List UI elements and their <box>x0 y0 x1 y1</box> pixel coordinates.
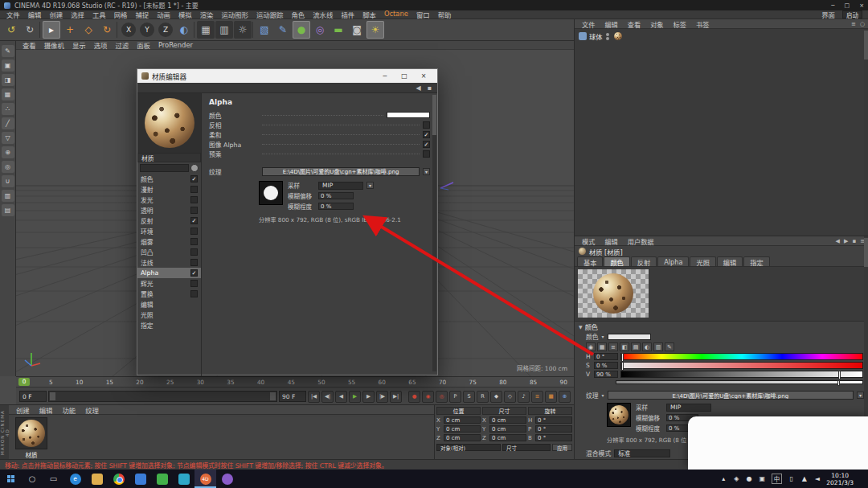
taskbar-app-teal-icon[interactable] <box>173 470 194 488</box>
channel-checkbox[interactable] <box>190 290 198 297</box>
invert-checkbox[interactable] <box>423 121 430 129</box>
object-manager-menu-item[interactable]: 查看 <box>624 19 645 29</box>
menu-item[interactable]: 网格 <box>110 10 132 19</box>
taskbar-cinema4d-icon[interactable]: 4D <box>194 470 216 488</box>
toolbar-separator[interactable] <box>194 22 196 38</box>
chevron-down-icon[interactable]: ▾ <box>366 182 374 189</box>
channel-checkbox[interactable]: ✓ <box>190 175 198 182</box>
channel-item[interactable]: 发光 <box>137 195 201 205</box>
attribute-tab[interactable]: 反射 <box>631 256 657 266</box>
channel-item[interactable]: 烟雾 <box>137 236 201 247</box>
soft-checkbox[interactable]: ✓ <box>423 131 430 138</box>
attribute-tab[interactable]: 光照 <box>690 256 715 266</box>
channel-item[interactable]: 环境 <box>137 226 201 236</box>
value-value-field[interactable]: 90 % <box>594 371 618 378</box>
hue-slider[interactable] <box>620 353 863 360</box>
channel-checkbox[interactable] <box>190 228 198 235</box>
battery-icon[interactable]: ▯ <box>788 474 795 484</box>
workflow-icon[interactable]: ≡ <box>531 391 543 403</box>
size-z-field[interactable]: 0 cm <box>489 434 526 441</box>
record-pla-toggle[interactable]: ◇ <box>504 391 516 403</box>
object-manager-menu-item[interactable]: 编辑 <box>600 19 621 29</box>
menu-item[interactable]: 流水线 <box>309 10 337 19</box>
redo-button[interactable]: ↻ <box>21 21 39 39</box>
channel-item[interactable]: 透明 <box>137 205 201 215</box>
autokey-button[interactable]: ◉ <box>422 391 434 403</box>
prev-key-button[interactable]: ◀| <box>321 391 334 403</box>
rgb-sliders-icon[interactable]: ≡ <box>608 342 618 351</box>
scale-tool[interactable]: ◇ <box>80 21 97 39</box>
preview-search-icon[interactable] <box>190 164 199 172</box>
channel-item[interactable]: 反射 ✓ <box>137 215 201 226</box>
record-parameter-toggle[interactable]: ◆ <box>490 391 502 403</box>
rotation-header[interactable]: 旋转 <box>528 407 572 415</box>
rotation-b-field[interactable]: 0 ° <box>535 434 572 441</box>
material-name-label[interactable]: 材质 <box>13 450 50 459</box>
channel-checkbox[interactable] <box>190 280 198 287</box>
edges-mode-icon[interactable]: ╱ <box>2 117 14 129</box>
apply-button[interactable]: 应用 <box>552 444 572 451</box>
size-mode-select[interactable]: 尺寸 <box>502 444 551 451</box>
points-mode-icon[interactable]: ∴ <box>2 103 14 115</box>
next-frame-button[interactable]: ▶ <box>362 391 375 403</box>
play-button[interactable]: ▶ <box>349 391 361 403</box>
viewport-menu-item[interactable]: 显示 <box>68 41 90 50</box>
channel-item[interactable]: 指定 <box>137 320 201 330</box>
visibility-dots-icon[interactable] <box>606 33 609 40</box>
window-minimize-button[interactable]: ─ <box>831 2 834 9</box>
channel-item[interactable]: 光照 <box>137 310 201 320</box>
tray-expand-icon[interactable]: ▴ <box>720 474 727 484</box>
polygons-mode-icon[interactable]: ▽ <box>2 132 14 144</box>
model-mode-icon[interactable]: ▣ <box>2 59 14 72</box>
material-menu-item[interactable]: 编辑 <box>35 405 57 415</box>
chevron-down-icon[interactable]: ▾ <box>602 334 604 339</box>
menu-item[interactable]: 捕捉 <box>132 10 154 19</box>
channel-checkbox[interactable] <box>190 248 198 256</box>
dialog-close-button[interactable]: × <box>414 70 433 82</box>
taskbar-edge-icon[interactable]: e <box>64 470 86 488</box>
menu-item[interactable]: 运动图形 <box>218 10 253 19</box>
task-view-icon[interactable]: ▭ <box>43 470 64 488</box>
dialog-titlebar[interactable]: 材质编辑器 ─ □ × <box>137 69 437 83</box>
object-manager-menu-item[interactable]: 文件 <box>578 19 599 29</box>
menu-item[interactable]: 帮助 <box>434 10 456 19</box>
texture-mode-icon[interactable]: ◨ <box>2 74 14 86</box>
toolbar-separator[interactable] <box>39 22 42 38</box>
lock-x-button[interactable]: X <box>121 23 136 37</box>
menu-item[interactable]: 窗口 <box>412 10 434 19</box>
premultiplied-checkbox[interactable] <box>423 150 430 158</box>
keyframe-selection-button[interactable]: ◎ <box>436 391 448 403</box>
color-swatch[interactable] <box>608 334 651 340</box>
volume-icon[interactable]: ◄ <box>813 474 821 484</box>
compact-brightness-slider[interactable] <box>616 380 863 384</box>
texture-browse-button[interactable]: ▾ <box>857 392 864 399</box>
menu-item[interactable]: 创建 <box>46 10 68 19</box>
toolbar-separator[interactable] <box>252 22 255 38</box>
color-picker-icon[interactable]: ◧ <box>620 342 629 351</box>
lock-workplane-icon[interactable]: ▤ <box>2 204 14 216</box>
attribute-menu-item[interactable]: 模式 <box>578 236 599 246</box>
menu-item[interactable]: 动画 <box>153 10 174 19</box>
menu-item[interactable]: 编辑 <box>24 10 46 19</box>
object-manager-menu-item[interactable]: 标签 <box>669 19 690 29</box>
am-lock-ic[interactable]: ▪ <box>852 238 856 244</box>
end-frame-field[interactable]: 90 F <box>279 391 306 402</box>
attribute-tab[interactable]: 指定 <box>743 256 769 266</box>
object-type-icon[interactable] <box>579 32 587 40</box>
material-menu-item[interactable]: 纹理 <box>81 405 103 415</box>
texture-thumbnail[interactable] <box>607 403 631 427</box>
viewport-menu-item[interactable]: 选项 <box>90 41 112 50</box>
channel-checkbox[interactable] <box>190 259 198 266</box>
mix-mode-select[interactable]: 标准 <box>614 449 670 457</box>
viewport-menu-item[interactable]: ProRender <box>154 41 197 49</box>
add-cube-button[interactable]: ▧ <box>256 21 273 39</box>
viewport-menu-item[interactable]: 摄像机 <box>40 41 68 50</box>
render-view-button[interactable]: ▦ <box>197 21 215 39</box>
workplane-snap-icon[interactable]: ▥ <box>2 190 14 202</box>
ime-indicator[interactable]: 中 <box>772 474 783 484</box>
channel-checkbox[interactable] <box>190 238 198 245</box>
alpha-texture-thumbnail[interactable] <box>259 181 283 205</box>
hue-value-field[interactable]: 0 ° <box>594 353 618 360</box>
viewport-solo-icon[interactable]: ◎ <box>2 161 14 173</box>
snap-icon[interactable]: ⊕ <box>559 391 571 403</box>
